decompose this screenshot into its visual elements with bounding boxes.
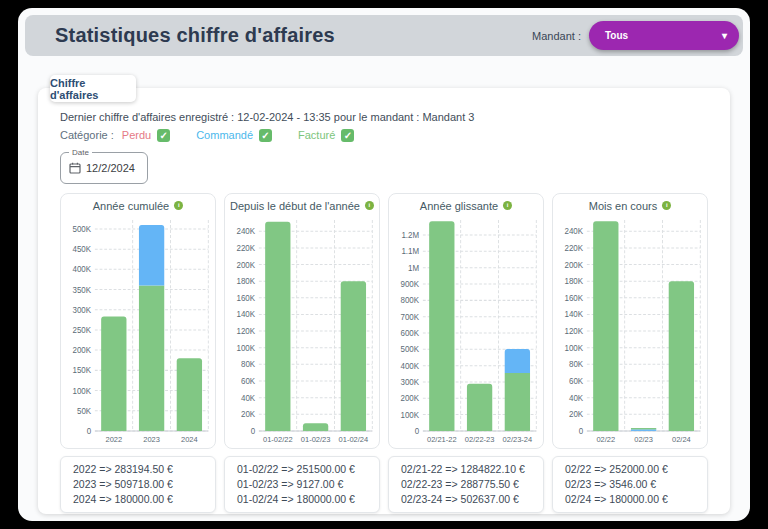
- bar-chart-annee-glissante: 1.2M1.1M1M900K800K700K600K500K400K300K20…: [391, 213, 541, 446]
- svg-text:200K: 200K: [73, 346, 92, 355]
- svg-text:140K: 140K: [237, 310, 256, 319]
- chart-values-card-annee-cumulee: 2022 => 283194.50 € 2023 => 509718.00 € …: [60, 456, 216, 513]
- svg-text:120K: 120K: [237, 327, 256, 336]
- chart-title: Année cumulée i: [63, 198, 213, 213]
- svg-text:02/23: 02/23: [634, 435, 653, 444]
- chart-title-text: Année cumulée: [93, 200, 169, 212]
- value-line: 02/22-23 => 288775.50 €: [401, 477, 531, 492]
- mandant-control: Mandant : Tous ▾: [532, 21, 739, 50]
- svg-text:80K: 80K: [241, 360, 256, 369]
- svg-text:500K: 500K: [401, 345, 420, 354]
- svg-text:180K: 180K: [237, 277, 256, 286]
- value-line: 02/24 => 180000.00 €: [565, 492, 695, 507]
- chart-values-card-debut-annee: 01-02/22 => 251500.00 € 01-02/23 => 9127…: [224, 456, 380, 513]
- svg-text:500K: 500K: [73, 225, 92, 234]
- chart-values-card-mois-en-cours: 02/22 => 252000.00 € 02/23 => 3546.00 € …: [552, 456, 708, 513]
- svg-text:01-02/22: 01-02/22: [263, 435, 293, 444]
- svg-text:100K: 100K: [73, 386, 92, 395]
- chart-card-debut-annee: Depuis le début de l'année i 240K220K200…: [224, 193, 380, 449]
- info-icon: i: [662, 201, 671, 210]
- svg-text:0: 0: [415, 427, 420, 436]
- calendar-icon: [69, 162, 81, 174]
- svg-text:02/22-23: 02/22-23: [465, 435, 495, 444]
- svg-text:160K: 160K: [237, 294, 256, 303]
- info-icon: i: [503, 201, 512, 210]
- svg-text:1M: 1M: [408, 264, 419, 273]
- chart-title-text: Mois en cours: [589, 200, 657, 212]
- checkbox-perdu[interactable]: ✓: [157, 129, 170, 142]
- category-perdu: Perdu ✓: [122, 129, 170, 142]
- value-line: 01-02/22 => 251500.00 €: [237, 462, 367, 477]
- category-commande-label: Commandé: [196, 129, 253, 141]
- svg-text:800K: 800K: [401, 296, 420, 305]
- date-field[interactable]: Date 12/2/2024: [60, 152, 148, 184]
- svg-text:150K: 150K: [73, 366, 92, 375]
- svg-text:200K: 200K: [565, 260, 584, 269]
- svg-text:0: 0: [251, 427, 256, 436]
- app-window: Statistiques chiffre d'affaires Mandant …: [18, 8, 750, 521]
- chart-title-text: Depuis le début de l'année: [230, 200, 360, 212]
- checkbox-commande[interactable]: ✓: [259, 129, 272, 142]
- page-title: Statistiques chiffre d'affaires: [55, 24, 532, 47]
- svg-text:240K: 240K: [565, 227, 584, 236]
- chevron-down-icon: ▾: [722, 31, 727, 41]
- screen-background: Statistiques chiffre d'affaires Mandant …: [0, 0, 768, 529]
- svg-text:100K: 100K: [401, 410, 420, 419]
- bar-chart-debut-annee: 240K220K200K180K160K140K120K100K80K60K40…: [227, 213, 377, 446]
- category-label: Catégorie :: [60, 129, 114, 141]
- value-line: 2022 => 283194.50 €: [73, 462, 203, 477]
- svg-text:400K: 400K: [73, 265, 92, 274]
- svg-text:450K: 450K: [73, 245, 92, 254]
- svg-text:140K: 140K: [565, 310, 584, 319]
- page-header: Statistiques chiffre d'affaires Mandant …: [25, 15, 743, 56]
- bar-chart-mois-en-cours: 240K220K200K180K160K140K120K100K80K60K40…: [555, 213, 705, 446]
- svg-text:40K: 40K: [241, 393, 256, 402]
- svg-text:02/22: 02/22: [596, 435, 615, 444]
- svg-text:900K: 900K: [401, 280, 420, 289]
- svg-text:80K: 80K: [569, 360, 584, 369]
- svg-text:01-02/23: 01-02/23: [301, 435, 331, 444]
- values-row: 2022 => 283194.50 € 2023 => 509718.00 € …: [60, 456, 708, 512]
- category-perdu-label: Perdu: [122, 129, 151, 141]
- svg-text:02/21-22: 02/21-22: [427, 435, 457, 444]
- category-filter-row: Catégorie : Perdu ✓ Commandé ✓ Facturé ✓: [60, 128, 708, 142]
- charts-row: Année cumulée i 500K450K400K350K300K250K…: [60, 193, 708, 449]
- svg-text:220K: 220K: [237, 244, 256, 253]
- info-icon: i: [365, 201, 374, 210]
- chart-card-mois-en-cours: Mois en cours i 240K220K200K180K160K140K…: [552, 193, 708, 449]
- chart-card-annee-glissante: Année glissante i 1.2M1.1M1M900K800K700K…: [388, 193, 544, 449]
- page-body: Chiffre d'affaires Dernier chiffre d'aff…: [18, 56, 750, 521]
- svg-text:60K: 60K: [241, 377, 256, 386]
- main-panel: Dernier chiffre d'affaires enregistré : …: [38, 88, 730, 514]
- value-line: 02/23-24 => 502637.00 €: [401, 492, 531, 507]
- svg-text:220K: 220K: [565, 244, 584, 253]
- value-line: 01-02/23 => 9127.00 €: [237, 477, 367, 492]
- svg-text:200K: 200K: [237, 260, 256, 269]
- svg-text:300K: 300K: [73, 305, 92, 314]
- svg-text:02/23-24: 02/23-24: [503, 435, 533, 444]
- svg-text:100K: 100K: [565, 344, 584, 353]
- date-field-label: Date: [69, 148, 92, 157]
- tab-chiffre-daffaires[interactable]: Chiffre d'affaires: [50, 75, 136, 102]
- date-value: 12/2/2024: [86, 162, 135, 174]
- svg-text:0: 0: [87, 427, 92, 436]
- svg-text:02/24: 02/24: [672, 435, 691, 444]
- svg-text:20K: 20K: [241, 410, 256, 419]
- value-line: 02/23 => 3546.00 €: [565, 477, 695, 492]
- svg-text:2022: 2022: [105, 435, 122, 444]
- svg-text:300K: 300K: [401, 378, 420, 387]
- checkbox-facture[interactable]: ✓: [341, 129, 354, 142]
- svg-text:100K: 100K: [237, 344, 256, 353]
- svg-text:160K: 160K: [565, 294, 584, 303]
- svg-text:01-02/24: 01-02/24: [339, 435, 369, 444]
- info-icon: i: [174, 201, 183, 210]
- svg-text:2023: 2023: [143, 435, 160, 444]
- svg-text:0: 0: [579, 427, 584, 436]
- value-line: 02/21-22 => 1284822.10 €: [401, 462, 531, 477]
- svg-text:120K: 120K: [565, 327, 584, 336]
- svg-text:700K: 700K: [401, 312, 420, 321]
- category-facture-label: Facturé: [298, 129, 335, 141]
- svg-text:50K: 50K: [77, 407, 92, 416]
- mandant-dropdown[interactable]: Tous ▾: [589, 21, 739, 50]
- category-facture: Facturé ✓: [298, 129, 354, 142]
